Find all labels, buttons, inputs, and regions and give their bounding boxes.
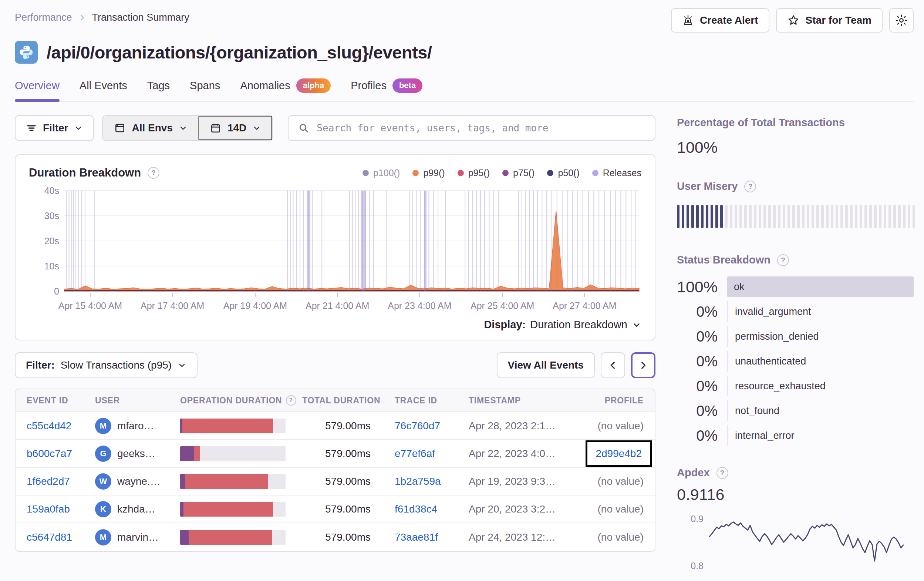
column-header-timestamp[interactable]: TIMESTAMP: [469, 396, 569, 406]
create-alert-button[interactable]: Create Alert: [671, 8, 769, 33]
duration-segment-red: [185, 474, 267, 489]
misery-tick: [831, 205, 833, 228]
legend-item-p99[interactable]: p99(): [412, 168, 445, 179]
transactions-filter-dropdown[interactable]: Filter: Slow Transactions (p95): [15, 352, 198, 378]
table-row: c5647d81Mmarvin…579.00ms73aae81fApr 24, …: [15, 523, 655, 551]
environments-label: All Envs: [132, 122, 172, 134]
event-id-link[interactable]: c5647d81: [26, 531, 72, 543]
operation-duration-cell: [180, 446, 302, 461]
settings-button[interactable]: [889, 8, 914, 33]
view-all-events-button[interactable]: View All Events: [497, 352, 595, 378]
view-all-events-label: View All Events: [508, 359, 584, 371]
events-table-body: c55c4d42Mmfaro…579.00ms76c760d7Apr 28, 2…: [15, 412, 655, 551]
legend-item-label: p99(): [423, 168, 445, 179]
help-icon: ?: [716, 467, 728, 479]
star-for-team-label: Star for Team: [806, 15, 871, 26]
event-id-link[interactable]: 1f6ed2d7: [26, 475, 70, 487]
status-row-resource_exhausted: 0%resource_exhausted: [677, 376, 914, 396]
status-label: internal_error: [727, 425, 914, 446]
trace-id-link[interactable]: 1b2a759a: [395, 475, 441, 487]
misery-tick: [744, 205, 747, 228]
misery-tick: [711, 205, 713, 228]
legend-item-Releases[interactable]: Releases: [592, 168, 642, 179]
trace-id-cell: f61d38c4: [395, 503, 469, 515]
misery-tick: [850, 205, 853, 228]
date-range-dropdown[interactable]: 14D: [199, 116, 272, 140]
profile-no-value: (no value): [597, 420, 644, 432]
duration-segment-red: [182, 419, 273, 433]
misery-tick: [802, 205, 805, 228]
previous-page-button[interactable]: [601, 352, 625, 378]
environments-dropdown[interactable]: All Envs: [103, 116, 198, 140]
help-icon: ?: [148, 167, 159, 179]
tab-spans[interactable]: Spans: [190, 78, 220, 101]
total-duration-cell: 579.00ms: [302, 503, 395, 515]
tab-anomalies[interactable]: Anomalies alpha: [240, 78, 331, 101]
legend-item-label: p95(): [468, 168, 490, 179]
status-percent: 0%: [677, 427, 718, 444]
tab-profiles[interactable]: Profiles beta: [351, 78, 422, 101]
column-header-total-duration[interactable]: TOTAL DURATION: [302, 396, 395, 406]
column-header-user[interactable]: USER: [95, 396, 180, 406]
operation-duration-bar: [180, 419, 285, 433]
legend-dot: [502, 170, 508, 176]
window-icon: [114, 122, 126, 134]
next-page-button[interactable]: [631, 352, 655, 378]
breadcrumb-performance[interactable]: Performance: [15, 12, 72, 23]
event-id-link[interactable]: b600c7a7: [26, 448, 72, 459]
misery-tick: [812, 205, 814, 228]
filter-dropdown-label: Filter: [43, 122, 68, 134]
legend-item-p75[interactable]: p75(): [502, 168, 535, 179]
env-date-group: All Envs 14D: [102, 115, 273, 141]
summary-sidebar: Percentage of Total Transactions 100% Us…: [677, 115, 914, 581]
chart-legend: p100()p99()p95()p75()p50()Releases: [363, 168, 642, 179]
event-id-cell: 1f6ed2d7: [26, 475, 95, 487]
column-header-profile[interactable]: PROFILE: [569, 396, 644, 406]
legend-dot: [592, 170, 599, 176]
filter-dropdown[interactable]: Filter: [15, 115, 94, 141]
duration-breakdown-chart: 010s20s30s40sApr 15 4:00 AMApr 17 4:00 A…: [29, 185, 642, 315]
event-id-link[interactable]: c55c4d42: [26, 420, 71, 432]
event-id-link[interactable]: 159a0fab: [26, 503, 70, 515]
misery-tick: [759, 205, 761, 228]
star-for-team-button[interactable]: Star for Team: [776, 8, 883, 33]
duration-segment-red: [183, 502, 273, 516]
legend-item-p50[interactable]: p50(): [547, 168, 579, 179]
misery-tick: [691, 205, 694, 228]
trace-id-link[interactable]: 76c760d7: [395, 420, 440, 432]
tab-tags[interactable]: Tags: [147, 78, 170, 101]
misery-tick: [898, 205, 901, 228]
filter-row: Filter All Envs: [15, 115, 655, 141]
search-input[interactable]: [317, 122, 645, 134]
operation-duration-cell: [180, 502, 302, 516]
operation-duration-bar: [180, 446, 285, 461]
trace-id-cell: e77ef6af: [395, 448, 469, 460]
trace-id-link[interactable]: 73aae81f: [395, 531, 438, 543]
profile-link[interactable]: 2d99e4b2: [596, 448, 642, 460]
trace-id-link[interactable]: f61d38c4: [395, 503, 437, 515]
column-header-operation-duration[interactable]: OPERATION DURATION ?: [180, 395, 302, 406]
column-header-trace-id[interactable]: TRACE ID: [395, 396, 469, 406]
chevron-right-icon: [638, 360, 648, 371]
search-bar: [288, 115, 655, 141]
column-header-event-id[interactable]: EVENT ID: [26, 396, 95, 406]
legend-item-p95[interactable]: p95(): [457, 168, 490, 179]
trace-id-link[interactable]: e77ef6af: [395, 448, 435, 459]
status-row-invalid_argument: 0%invalid_argument: [677, 301, 914, 322]
event-id-cell: c5647d81: [26, 531, 95, 543]
siren-icon: [682, 15, 694, 26]
events-table-header: EVENT ID USER OPERATION DURATION ? TOTAL…: [15, 389, 655, 412]
help-icon: ?: [286, 395, 296, 406]
misery-tick: [826, 205, 828, 228]
tab-overview[interactable]: Overview: [15, 78, 59, 101]
status-breakdown-rows: 100%ok0%invalid_argument0%permission_den…: [677, 276, 914, 446]
display-dropdown[interactable]: Duration Breakdown: [530, 319, 642, 331]
performance-transaction-summary-page: Performance Transaction Summary Create A…: [0, 0, 924, 581]
timestamp-cell: Apr 24, 2023 12:…: [469, 531, 569, 543]
tab-all-events[interactable]: All Events: [79, 78, 127, 101]
misery-tick: [783, 205, 785, 228]
date-range-label: 14D: [228, 122, 246, 134]
legend-item-p100[interactable]: p100(): [363, 168, 400, 179]
user-cell: Mmfaro…: [95, 418, 180, 434]
avatar: K: [95, 501, 111, 517]
